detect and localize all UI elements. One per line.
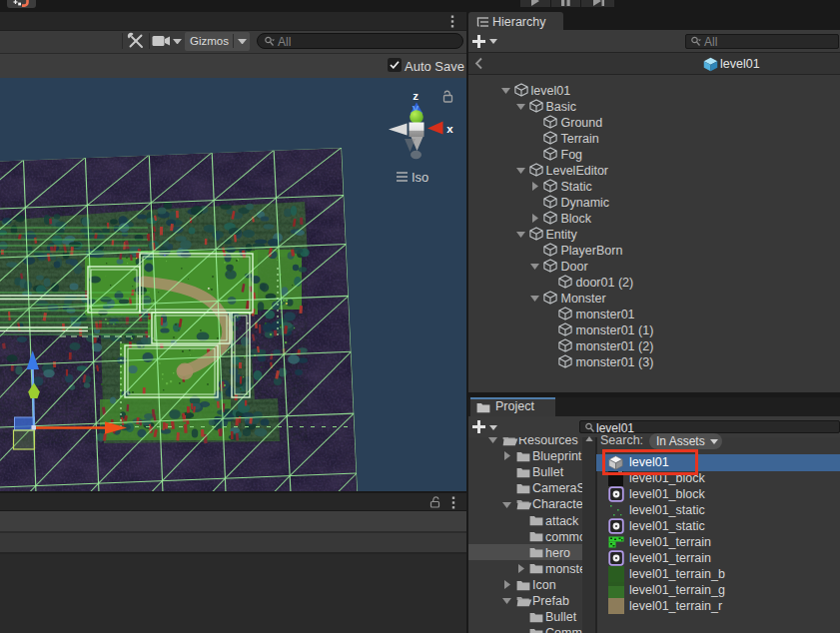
- svg-text:x: x: [446, 123, 453, 135]
- svg-text:Iso: Iso: [412, 170, 428, 185]
- svg-text:z: z: [413, 90, 419, 102]
